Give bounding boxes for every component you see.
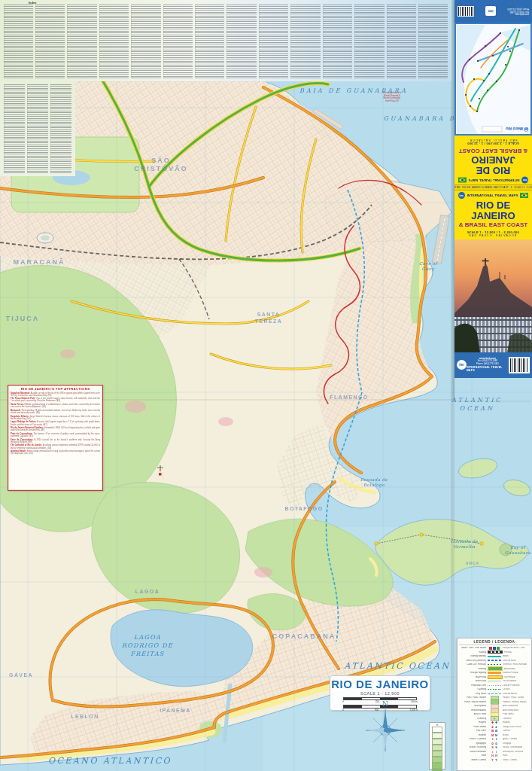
cover-cities: SÃO PAULO, SALVADOR	[454, 234, 532, 237]
itm-logo: itm	[485, 7, 496, 17]
elevation-step	[432, 757, 442, 763]
publisher-contact: www.itmb.com Fax: (604) 273-1488 Phone: …	[507, 8, 529, 16]
index-column	[226, 5, 256, 78]
street-index-left	[0, 81, 75, 176]
index-column	[195, 5, 224, 78]
metro-map-inset: Ⓜ Metrô Rio	[454, 23, 532, 136]
map-cover-panel: www.itmb.com Fax: (604) 273-1488 Phone: …	[454, 0, 532, 401]
elevation-step	[432, 739, 442, 745]
attraction-entry: Sugarloaf Mountain: A cable car ride to …	[11, 392, 100, 397]
index-column	[290, 5, 320, 78]
back-cover-title: itm INTERNATIONAL TRAVEL MAPS RIO DE JAN…	[454, 139, 532, 184]
legend-row: Theatre / CinemaTTTeatro / Cinema	[459, 758, 530, 763]
attraction-entry: Escadaria Selarón: Jorge Selarón's famou…	[11, 416, 100, 420]
brazil-flag-icon	[520, 193, 528, 198]
index-column	[99, 5, 129, 78]
back-cover-strip: www.itmb.com Fax: (604) 273-1488 Phone: …	[454, 0, 532, 23]
index-column	[27, 84, 48, 173]
legend-title: LEGEND / LEGENDA	[459, 640, 530, 645]
brand-name: INTERNATIONAL TRAVEL MAPS	[467, 194, 518, 197]
elevation-step	[432, 733, 442, 739]
index-column	[4, 84, 25, 173]
legend-symbol-minor	[488, 681, 501, 681]
legend-symbol-rail	[488, 651, 503, 654]
top-attractions-box: RIO DE JANEIRO'S TOP ATTRACTIONS Sugarlo…	[8, 385, 103, 491]
cover-title: RIO DE JANEIRO	[454, 200, 532, 221]
map-title: RIO DE JANEIRO	[330, 678, 430, 690]
index-title: Index	[29, 1, 36, 5]
cover-subtitle: & BRASIL EAST COAST	[454, 222, 532, 229]
legend-symbol-metro	[488, 660, 501, 661]
legend-symbol-hwy	[488, 672, 501, 674]
cover-title-block: itm INTERNATIONAL TRAVEL MAPS RIO DE JAN…	[454, 136, 532, 239]
legend-symbol-cycle	[488, 689, 501, 690]
legend-symbol-major	[488, 675, 503, 679]
attraction-entry: Santa Teresa: Hillside neighbourhood of …	[11, 404, 100, 408]
metro-rio-logo: Ⓜ Metrô Rio	[506, 126, 528, 132]
attraction-entry: The Tijuca National Park: One of the wor…	[11, 398, 100, 402]
index-column	[387, 5, 416, 78]
elevation-step	[432, 751, 442, 757]
compass-rose-icon: N	[363, 699, 408, 756]
itm-logo: itm	[521, 177, 528, 184]
cover-spine-text: ITMB · RIO DE JANEIRO & BRASIL EAST COAS…	[454, 184, 532, 190]
index-column	[259, 5, 288, 78]
legend-symbol-tram	[488, 656, 501, 657]
index-column	[354, 5, 384, 78]
legend-symbol-ferry	[488, 693, 501, 694]
cover-photo	[454, 239, 532, 352]
elevation-step	[432, 745, 442, 751]
front-cover-title: itm INTERNATIONAL TRAVEL MAPS RIO DE JAN…	[454, 192, 532, 237]
elevation-key: m	[429, 722, 445, 769]
legend-symbol-freeway	[488, 666, 503, 671]
barcode-icon	[509, 357, 530, 373]
compass-n-label: N	[382, 700, 388, 708]
itm-logo: itm	[457, 360, 467, 370]
elevation-step	[432, 727, 442, 733]
index-column	[50, 84, 71, 173]
elevation-step	[432, 763, 442, 769]
index-column	[418, 5, 448, 78]
brand-name: INTERNATIONAL TRAVEL MAPS	[467, 366, 509, 373]
legend-symbol-ped	[488, 685, 501, 686]
attraction-entry: Lagoa Rodrigo de Freitas: A scenic tidal…	[11, 421, 100, 425]
legend-symbol-cable	[488, 664, 501, 665]
legend-symbol-icon: T	[494, 760, 498, 763]
itm-logo: itm	[458, 192, 465, 199]
attraction-entry: Ipanema Beach: Stylish sands immortalise…	[11, 450, 100, 455]
front-cover-strip: itm www.itmb.com Fax: (604) 273-1488 Pho…	[454, 352, 532, 378]
metro-icon: Ⓜ	[524, 126, 529, 132]
legend-panel: LEGEND / LEGENDA Metro / Train / Tram St…	[457, 638, 532, 771]
publisher-contact: www.itmb.com Fax: (604) 273-1488 Phone: …	[467, 357, 509, 372]
attraction-entry: Praia de Copacabana: The famous 4 km cre…	[11, 433, 100, 437]
publisher-phone: Phone: (604) 273-1400	[476, 363, 499, 366]
ferry-note: Passenger ferries to Niterói, Paquetá & …	[360, 92, 424, 103]
index-column	[4, 5, 33, 78]
street-index: Index	[0, 0, 451, 81]
legend-symbol-stations	[489, 647, 500, 651]
attraction-entry: Forte de Copacabana: A 1914 coastal fort…	[11, 439, 100, 443]
index-column	[163, 5, 193, 78]
brazil-flag-icon	[458, 178, 467, 183]
map-scale: SCALE 1 : 12,900	[330, 691, 430, 696]
attractions-title: RIO DE JANEIRO'S TOP ATTRACTIONS	[11, 387, 100, 391]
barcode-icon	[458, 6, 474, 17]
index-column	[131, 5, 160, 78]
index-column	[35, 5, 65, 78]
index-column	[67, 5, 96, 78]
attraction-entry: Rio de Janeiro Botanical Gardens: Founde…	[11, 427, 100, 431]
map-sheet: BAIA DE GUANABARAGUANABARA BAYSÃO CRISTÓ…	[0, 0, 532, 771]
publisher-phone: Phone: (604) 273-1400	[507, 8, 529, 11]
index-column	[323, 5, 352, 78]
attraction-entry: Maracanã: The legendary 78,000-seat foot…	[11, 410, 100, 414]
attraction-entry: The Cathedral of Rio de Janeiro: A strik…	[11, 444, 100, 449]
